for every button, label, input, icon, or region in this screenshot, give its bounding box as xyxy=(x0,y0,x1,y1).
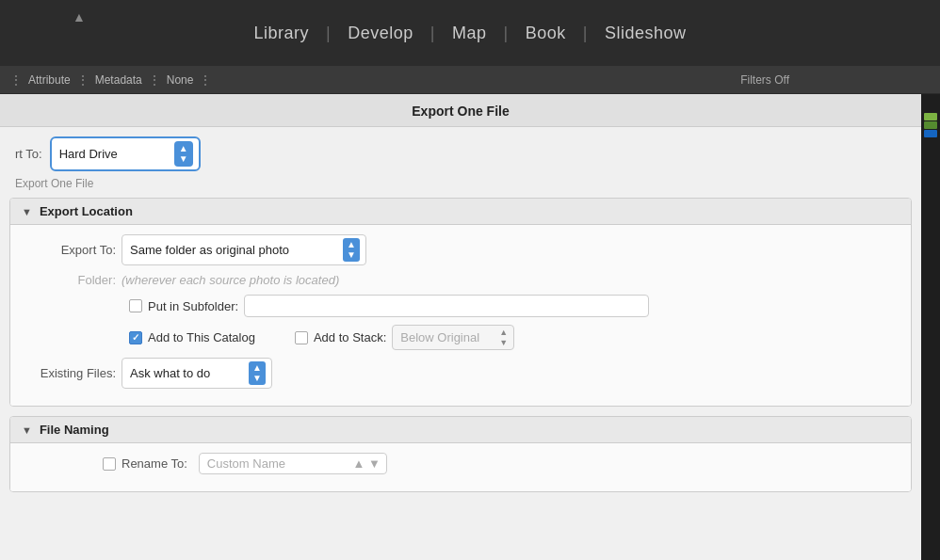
filter-dots-3: ⋮ xyxy=(148,72,161,88)
color-blue xyxy=(924,130,937,137)
existing-files-arrow: ▲ ▼ xyxy=(249,361,266,385)
export-dialog: Export One File rt To: Hard Drive ▲ ▼ Ex… xyxy=(0,94,921,560)
file-naming-body: Rename To: Custom Name ▲ ▼ xyxy=(10,443,911,491)
nav-sep-4: | xyxy=(583,24,588,43)
nav-sep-1: | xyxy=(326,24,331,43)
dialog-content: ▼ Export Location Export To: Same folder… xyxy=(0,198,921,560)
subfolder-row: Put in Subfolder: xyxy=(22,295,899,317)
nav-sep-3: | xyxy=(504,24,509,43)
dialog-title: Export One File xyxy=(412,104,509,119)
export-to-row: rt To: Hard Drive ▲ ▼ xyxy=(0,127,921,175)
dialog-title-bar: Export One File xyxy=(0,94,921,127)
catalog-stack-row: Add to This Catalog Add to Stack: Below … xyxy=(22,325,899,350)
rename-to-value: Custom Name xyxy=(207,456,285,471)
filters-off-label: Filters Off xyxy=(740,73,789,87)
export-to-field-arrow: ▲ ▼ xyxy=(343,238,360,262)
filter-dots-1: ⋮ xyxy=(9,72,23,88)
file-naming-triangle-icon: ▼ xyxy=(22,424,32,436)
export-to-field-row: Export To: Same folder as original photo… xyxy=(22,234,899,265)
rename-to-checkbox[interactable] xyxy=(103,457,116,471)
dialog-subtitle: Export One File xyxy=(0,175,921,198)
filter-attribute[interactable]: Attribute xyxy=(28,73,71,87)
filter-dots-4: ⋮ xyxy=(199,72,212,88)
export-to-field-value: Same folder as original photo xyxy=(130,243,289,257)
stack-position-value: Below Original xyxy=(400,330,479,344)
section-triangle-icon: ▼ xyxy=(22,206,32,217)
filter-dots-2: ⋮ xyxy=(76,72,89,88)
color-green-1 xyxy=(924,113,937,120)
export-location-header[interactable]: ▼ Export Location xyxy=(10,199,911,225)
folder-value: (wherever each source photo is located) xyxy=(122,273,339,287)
stack-position-arrow: ▲ ▼ xyxy=(499,328,508,347)
existing-files-value: Ask what to do xyxy=(130,366,210,380)
export-location-title: Export Location xyxy=(40,204,133,218)
nav-slideshow[interactable]: Slideshow xyxy=(605,24,687,43)
existing-files-label: Existing Files: xyxy=(22,366,116,380)
existing-files-select[interactable]: Ask what to do ▲ ▼ xyxy=(122,358,272,389)
nav-library[interactable]: Library xyxy=(254,24,310,43)
add-to-catalog-label: Add to This Catalog xyxy=(148,330,255,344)
export-to-field-select[interactable]: Same folder as original photo ▲ ▼ xyxy=(122,234,366,265)
add-to-stack-checkbox[interactable] xyxy=(295,331,308,344)
export-location-body: Export To: Same folder as original photo… xyxy=(10,225,911,406)
export-location-section: ▼ Export Location Export To: Same folder… xyxy=(9,198,912,407)
export-to-field-label: Export To: xyxy=(22,243,116,257)
existing-files-row: Existing Files: Ask what to do ▲ ▼ xyxy=(22,358,899,389)
folder-label: Folder: xyxy=(22,273,116,287)
up-arrow-icon[interactable]: ▲ xyxy=(70,8,89,26)
subfolder-label: Put in Subfolder: xyxy=(148,299,238,313)
rename-to-row: Rename To: Custom Name ▲ ▼ xyxy=(22,453,899,474)
export-to-select-value: Hard Drive xyxy=(59,147,169,161)
subfolder-input[interactable] xyxy=(244,295,649,317)
folder-field-row: Folder: (wherever each source photo is l… xyxy=(22,273,899,287)
filter-metadata[interactable]: Metadata xyxy=(95,73,142,87)
nav-develop[interactable]: Develop xyxy=(348,24,413,43)
rename-to-arrow: ▲ ▼ xyxy=(352,456,380,471)
main-area: Export One File rt To: Hard Drive ▲ ▼ Ex… xyxy=(0,94,940,560)
filter-none[interactable]: None xyxy=(167,73,194,87)
rename-to-label: Rename To: xyxy=(122,456,187,471)
right-color-panel xyxy=(921,94,940,560)
file-naming-title: File Naming xyxy=(40,423,109,437)
export-to-row-label: rt To: xyxy=(15,147,42,161)
export-to-arrow: ▲ ▼ xyxy=(174,141,193,167)
top-nav: Library | Develop | Map | Book | Slidesh… xyxy=(254,24,687,43)
file-naming-section: ▼ File Naming Rename To: Custom Name ▲ xyxy=(9,416,912,492)
add-to-catalog-checkbox[interactable] xyxy=(129,331,142,344)
add-to-stack-label: Add to Stack: xyxy=(314,330,386,344)
top-bar: ▲ Library | Develop | Map | Book | Slide… xyxy=(0,0,940,66)
filter-bar: ⋮ Attribute ⋮ Metadata ⋮ None ⋮ Filters … xyxy=(0,66,940,94)
nav-book[interactable]: Book xyxy=(526,24,566,43)
file-naming-header[interactable]: ▼ File Naming xyxy=(10,417,911,443)
nav-map[interactable]: Map xyxy=(452,24,487,43)
rename-to-select[interactable]: Custom Name ▲ ▼ xyxy=(199,453,387,474)
export-to-select[interactable]: Hard Drive ▲ ▼ xyxy=(50,136,201,171)
stack-position-select[interactable]: Below Original ▲ ▼ xyxy=(392,325,514,350)
nav-sep-2: | xyxy=(430,24,435,43)
subfolder-checkbox[interactable] xyxy=(129,299,142,312)
color-green-2 xyxy=(924,121,937,129)
